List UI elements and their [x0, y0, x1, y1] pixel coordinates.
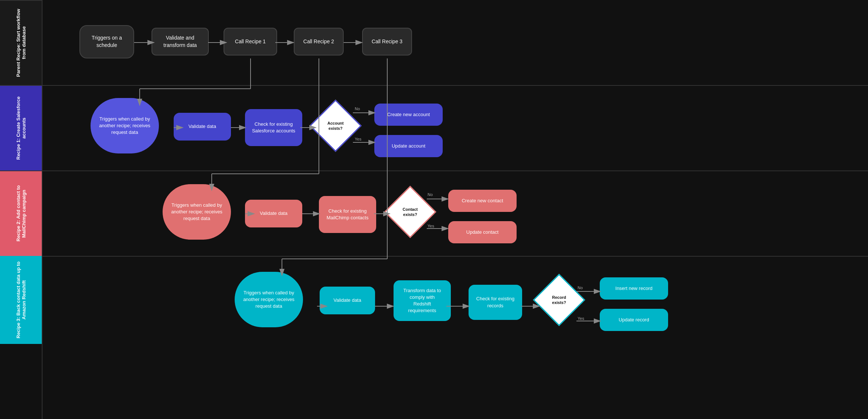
parent-triggers-node: Triggers on a schedule [79, 25, 134, 58]
recipe1-update-account-node: Update account [374, 135, 443, 157]
parent-validate-node: Validate and transform data [152, 28, 209, 55]
parent-call-recipe2-node: Call Recipe 2 [294, 28, 344, 55]
recipe1-check-node: Check for existing Salesforce accounts [245, 109, 302, 146]
recipe1-trigger-node: Triggers when called by another recipe; … [91, 98, 159, 153]
recipe2-diamond: Contact exists? [390, 192, 430, 232]
diagram-container: Parent Recipe: Start workflow from datab… [0, 0, 868, 419]
content-column: No Yes No Yes No Yes Triggers on a sched… [42, 0, 868, 419]
recipe2-validate-node: Validate data [245, 200, 302, 227]
recipe3-update-record-node: Update record [600, 309, 668, 331]
recipe2-check-node: Check for existing MailChimp contacts [319, 196, 376, 233]
recipe1-create-account-node: Create new account [374, 104, 443, 126]
parent-call-recipe1-node: Call Recipe 1 [224, 28, 277, 55]
parent-call-recipe3-node: Call Recipe 3 [362, 28, 412, 55]
recipe3-transform-node: Transform data to comply with Redshift r… [394, 280, 451, 321]
recipe3-insert-record-node: Insert new record [600, 277, 668, 300]
recipe3-check-node: Check for existing records [469, 285, 522, 320]
recipe1-validate-node: Validate data [174, 113, 231, 141]
recipe1-label: Recipe 1: Create Salesforce accounts [0, 85, 42, 170]
recipe3-diamond: Record exists? [539, 280, 579, 320]
recipe2-create-contact-node: Create new contact [448, 190, 517, 212]
labels-column: Parent Recipe: Start workflow from datab… [0, 0, 42, 419]
recipe3-label: Recipe 3: Back contact data up to Amazon… [0, 256, 42, 344]
recipe2-update-contact-node: Update contact [448, 221, 517, 243]
recipe3-validate-node: Validate data [320, 287, 375, 314]
parent-label: Parent Recipe: Start workflow from datab… [0, 0, 42, 85]
recipe3-trigger-node: Triggers when called by another recipe; … [235, 272, 303, 327]
recipe2-label: Recipe 2: Add contact to MailChimp campa… [0, 170, 42, 256]
recipe2-trigger-node: Triggers when called by another recipe; … [163, 184, 231, 240]
recipe1-diamond: Account exists? [315, 105, 356, 146]
